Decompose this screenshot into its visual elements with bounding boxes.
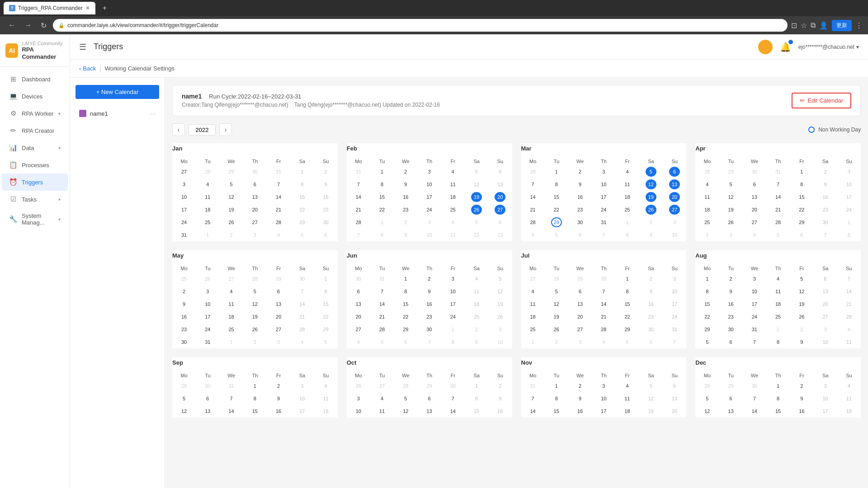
notifications-bell-icon[interactable]: 🔔 — [780, 42, 791, 52]
day-cell[interactable]: 6 — [568, 229, 592, 241]
day-cell[interactable]: 24 — [592, 203, 615, 216]
day-cell[interactable]: 31 — [172, 229, 196, 241]
day-cell[interactable]: 16 — [568, 405, 592, 418]
day-cell[interactable]: 4 — [196, 178, 219, 191]
day-cell[interactable]: 7 — [592, 229, 615, 241]
day-cell[interactable]: 27 — [172, 165, 196, 178]
day-cell[interactable]: 30 — [418, 323, 441, 336]
day-cell[interactable]: 20 — [743, 203, 766, 216]
day-cell[interactable]: 20 — [267, 310, 290, 323]
day-cell[interactable]: 22 — [616, 310, 639, 323]
day-cell[interactable]: 9 — [639, 229, 663, 241]
sidebar-item-devices[interactable]: 💻 Devices — [2, 88, 68, 105]
day-cell[interactable]: 27 — [243, 216, 267, 229]
day-cell[interactable]: 22 — [695, 310, 719, 323]
day-cell[interactable]: 31 — [370, 272, 394, 285]
day-cell[interactable]: 10 — [290, 392, 314, 405]
day-cell[interactable]: 23 — [394, 203, 417, 216]
day-cell[interactable]: 1 — [394, 272, 417, 285]
day-cell[interactable]: 27 — [220, 272, 243, 285]
day-cell[interactable]: 30 — [441, 380, 465, 392]
day-cell[interactable]: 7 — [743, 336, 766, 348]
day-cell[interactable]: 9 — [790, 336, 813, 348]
day-cell[interactable]: 12 — [394, 405, 417, 418]
day-cell[interactable]: 10 — [837, 178, 861, 191]
day-cell[interactable]: 27 — [488, 203, 512, 216]
day-cell[interactable]: 31 — [663, 323, 686, 336]
day-cell[interactable]: 5 — [394, 392, 417, 405]
day-cell[interactable]: 11 — [521, 298, 545, 310]
day-cell[interactable]: 18 — [465, 298, 488, 310]
day-cell[interactable]: 2 — [394, 216, 417, 229]
day-cell[interactable]: 16 — [719, 298, 743, 310]
cast-icon[interactable]: ⊡ — [791, 21, 797, 30]
day-cell[interactable]: 1 — [837, 216, 861, 229]
day-cell[interactable]: 7 — [347, 178, 370, 191]
day-cell[interactable]: 16 — [488, 405, 512, 418]
day-cell[interactable]: 18 — [766, 298, 790, 310]
day-cell[interactable]: 2 — [418, 272, 441, 285]
day-cell[interactable]: 3 — [719, 229, 743, 241]
day-cell[interactable]: 21 — [290, 310, 314, 323]
day-cell[interactable]: 6 — [663, 165, 686, 178]
day-cell[interactable]: 19 — [220, 203, 243, 216]
day-cell[interactable]: 7 — [814, 229, 837, 241]
browser-tab[interactable]: T Triggers_RPA Commander ✕ — [4, 2, 95, 14]
day-cell[interactable]: 27 — [370, 380, 394, 392]
day-cell[interactable]: 13 — [418, 405, 441, 418]
day-cell[interactable]: 12 — [790, 285, 813, 298]
day-cell[interactable]: 26 — [196, 272, 219, 285]
day-cell[interactable]: 4 — [441, 216, 465, 229]
day-cell[interactable]: 4 — [370, 392, 394, 405]
day-cell[interactable]: 11 — [220, 298, 243, 310]
day-cell[interactable]: 13 — [568, 298, 592, 310]
day-cell[interactable]: 2 — [465, 323, 488, 336]
day-cell[interactable]: 7 — [837, 272, 861, 285]
sidebar-item-system[interactable]: 🔧 System Manag... ▾ — [2, 208, 68, 230]
day-cell[interactable]: 18 — [695, 203, 719, 216]
calendar-list-item[interactable]: name1 ··· — [75, 106, 159, 121]
new-calendar-button[interactable]: + New Calendar — [75, 85, 159, 99]
day-cell[interactable]: 9 — [719, 285, 743, 298]
day-cell[interactable]: 26 — [243, 323, 267, 336]
day-cell[interactable]: 2 — [790, 380, 813, 392]
day-cell[interactable]: 1 — [545, 380, 568, 392]
day-cell[interactable]: 12 — [488, 285, 512, 298]
day-cell[interactable]: 6 — [719, 392, 743, 405]
day-cell[interactable]: 21 — [267, 203, 290, 216]
day-cell[interactable]: 8 — [695, 285, 719, 298]
day-cell[interactable]: 2 — [639, 216, 663, 229]
day-cell[interactable]: 7 — [743, 392, 766, 405]
day-cell[interactable]: 19 — [243, 310, 267, 323]
window-icon[interactable]: ⧉ — [811, 21, 816, 29]
day-cell[interactable]: 12 — [695, 405, 719, 418]
day-cell[interactable]: 20 — [243, 203, 267, 216]
day-cell[interactable]: 14 — [220, 405, 243, 418]
day-cell[interactable]: 4 — [592, 336, 615, 348]
day-cell[interactable]: 21 — [592, 310, 615, 323]
day-cell[interactable]: 14 — [267, 191, 290, 203]
day-cell[interactable]: 8 — [616, 285, 639, 298]
day-cell[interactable]: 12 — [172, 405, 196, 418]
day-cell[interactable]: 4 — [220, 285, 243, 298]
day-cell[interactable]: 28 — [243, 272, 267, 285]
day-cell[interactable]: 24 — [418, 203, 441, 216]
day-cell[interactable]: 4 — [290, 336, 314, 348]
day-cell[interactable]: 28 — [837, 310, 861, 323]
day-cell[interactable]: 11 — [196, 191, 219, 203]
day-cell[interactable]: 1 — [545, 165, 568, 178]
day-cell[interactable]: 14 — [521, 405, 545, 418]
day-cell[interactable]: 3 — [441, 272, 465, 285]
day-cell[interactable]: 3 — [347, 392, 370, 405]
day-cell[interactable]: 31 — [743, 323, 766, 336]
day-cell[interactable]: 6 — [568, 285, 592, 298]
day-cell[interactable]: 1 — [196, 229, 219, 241]
day-cell[interactable]: 13 — [743, 191, 766, 203]
day-cell[interactable]: 23 — [639, 310, 663, 323]
day-cell[interactable]: 15 — [290, 191, 314, 203]
day-cell[interactable]: 11 — [441, 229, 465, 241]
day-cell[interactable]: 1 — [290, 165, 314, 178]
day-cell[interactable]: 3 — [290, 380, 314, 392]
day-cell[interactable]: 11 — [465, 285, 488, 298]
day-cell[interactable]: 3 — [743, 272, 766, 285]
